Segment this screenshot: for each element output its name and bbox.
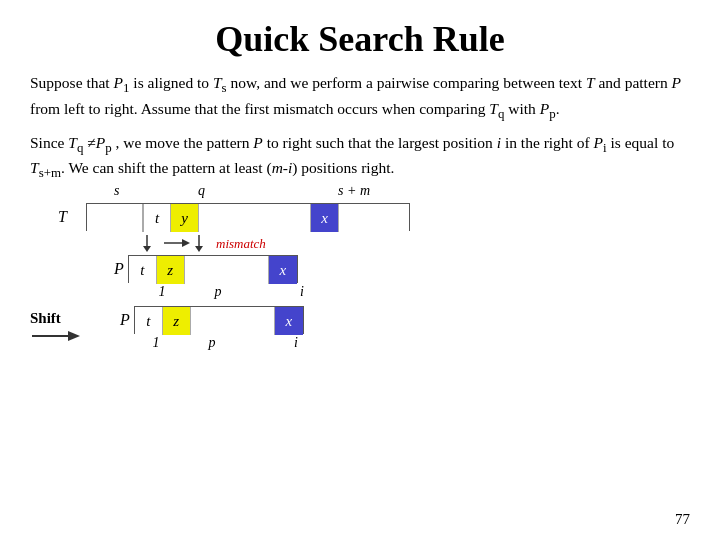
- svg-marker-5: [195, 246, 203, 252]
- paragraph-1: Suppose that P1 is aligned to Ts now, an…: [30, 72, 690, 124]
- sm-label: s + m: [338, 183, 370, 199]
- p-sublabel-i: i: [288, 284, 316, 300]
- p-sublabel-1: 1: [148, 284, 176, 300]
- p-cell-t: t: [129, 256, 157, 284]
- page-number: 77: [675, 511, 690, 528]
- shift-section: Shift P t z x: [30, 306, 690, 351]
- mismatch-label: mismatch: [216, 236, 266, 252]
- p-cell-z: z: [157, 256, 185, 284]
- p-cell-x: x: [269, 256, 297, 284]
- t-cell-y: y: [171, 204, 199, 232]
- arrow-down-1: [142, 234, 160, 252]
- t-cell-tail: [339, 204, 409, 232]
- shift-text: Shift: [30, 310, 61, 327]
- p2-cell-x: x: [275, 307, 303, 335]
- t-cell-mid: [199, 204, 311, 232]
- p2-cell-z: z: [163, 307, 191, 335]
- p2-sublabel-1: 1: [142, 335, 170, 351]
- t-cell-x: x: [311, 204, 339, 232]
- p2-sublabel-i: i: [282, 335, 310, 351]
- p2-row-label: P: [120, 311, 130, 329]
- svg-marker-3: [182, 239, 190, 247]
- p2-bar: t z x: [134, 306, 304, 334]
- t-cell-t: t: [143, 204, 171, 232]
- arrow-down-2: [194, 234, 212, 252]
- p2-cell-t: t: [135, 307, 163, 335]
- diagram-area: s q s + m T t y x: [30, 203, 690, 351]
- svg-marker-1: [143, 246, 151, 252]
- p-bar: t z x: [128, 255, 298, 283]
- page: Quick Search Rule Suppose that P1 is ali…: [0, 0, 720, 540]
- p-row-label: P: [114, 260, 124, 278]
- page-title: Quick Search Rule: [30, 18, 690, 60]
- p-sublabel-p: p: [204, 284, 232, 300]
- q-label: q: [198, 183, 205, 199]
- paragraph-2: Since Tq ≠Pp , we move the pattern P to …: [30, 132, 690, 184]
- p-cell-mid: [185, 256, 269, 284]
- t-cell-pre: [87, 204, 143, 232]
- arrow-right: [162, 234, 192, 252]
- s-label: s: [114, 183, 119, 199]
- t-row-label: T: [58, 208, 86, 226]
- t-bar: t y x: [86, 203, 410, 231]
- p2-cell-mid: [191, 307, 275, 335]
- shift-label-group: Shift: [30, 306, 80, 345]
- svg-marker-7: [68, 331, 80, 341]
- shift-arrow-icon: [30, 327, 80, 345]
- p2-sublabel-p: p: [198, 335, 226, 351]
